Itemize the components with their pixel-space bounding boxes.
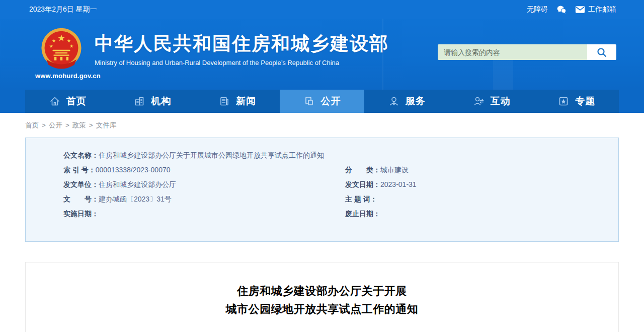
wechat-icon[interactable] <box>556 5 567 15</box>
field-value: 000013338/2023-00070 <box>96 165 171 175</box>
document-content-panel: 住房和城乡建设部办公厅关于开展 城市公园绿地开放共享试点工作的通知 <box>25 262 619 332</box>
field-value: 城市建设 <box>380 165 409 175</box>
nav-tab-interaction[interactable]: 互动 <box>449 90 534 113</box>
field-issue-date: 发文日期：2023-01-31 <box>345 180 417 189</box>
nav-tab-disclosure[interactable]: 公开 <box>280 90 365 113</box>
nav-tab-label: 首页 <box>66 95 87 108</box>
field-label: 发文单位： <box>63 180 99 189</box>
work-mailbox-link[interactable]: 工作邮箱 <box>588 5 616 14</box>
search-button[interactable] <box>587 44 616 60</box>
nav-tab-home[interactable]: 首页 <box>25 90 110 113</box>
field-category: 分 类：城市建设 <box>345 165 417 175</box>
field-doc-number: 文 号：建办城函〔2023〕31号 <box>63 194 345 204</box>
nav-tab-news[interactable]: 新闻 <box>195 90 280 113</box>
logo-block[interactable]: www.mohurd.gov.cn <box>35 26 88 80</box>
star-box-icon <box>557 95 570 107</box>
site-url: www.mohurd.gov.cn <box>35 72 88 80</box>
breadcrumb-separator: > <box>65 121 69 129</box>
nav-tab-topics[interactable]: 专题 <box>534 90 619 113</box>
field-label: 分 类： <box>345 165 380 175</box>
person-service-icon <box>388 95 400 107</box>
document-title-line1: 住房和城乡建设部办公厅关于开展 <box>26 282 618 300</box>
field-value: 住房和城乡建设部办公厅关于开展城市公园绿地开放共享试点工作的通知 <box>99 151 324 160</box>
top-utility-bar: 2023年2月6日 星期一 无障碍 工作邮箱 <box>0 0 644 19</box>
nav-tab-label: 互动 <box>491 95 511 108</box>
field-value: 2023-01-31 <box>380 180 417 189</box>
field-value: 建办城函〔2023〕31号 <box>99 194 172 204</box>
building-icon <box>133 95 145 107</box>
field-doc-name: 公文名称：住房和城乡建设部办公厅关于开展城市公园绿地开放共享试点工作的通知 <box>63 151 618 160</box>
field-index-number: 索 引 号：000013338/2023-00070 <box>63 165 345 175</box>
nav-tab-label: 服务 <box>406 95 426 108</box>
field-label: 实施日期： <box>63 209 99 219</box>
person-arrows-icon <box>473 95 485 107</box>
breadcrumb-separator: > <box>42 121 46 129</box>
site-header: www.mohurd.gov.cn 中华人民共和国住房和城乡建设部 Minist… <box>0 19 644 90</box>
nav-tab-org[interactable]: 机构 <box>110 90 195 113</box>
field-issuing-unit: 发文单位：住房和城乡建设部办公厅 <box>63 180 345 189</box>
news-icon <box>218 95 230 107</box>
current-date: 2023年2月6日 星期一 <box>29 5 97 14</box>
home-icon <box>49 95 61 107</box>
field-implementation-date: 实施日期： <box>63 209 345 219</box>
breadcrumb-home[interactable]: 首页 <box>25 121 39 129</box>
field-label: 公文名称： <box>63 151 99 160</box>
documents-icon <box>303 95 315 107</box>
breadcrumb-policy[interactable]: 政策 <box>72 121 86 129</box>
field-label: 发文日期： <box>345 180 380 189</box>
document-title-line2: 城市公园绿地开放共享试点工作的通知 <box>26 300 618 318</box>
site-title-chinese: 中华人民共和国住房和城乡建设部 <box>95 33 389 55</box>
field-label: 索 引 号： <box>63 165 96 175</box>
national-emblem-logo <box>39 27 84 71</box>
field-value: 住房和城乡建设部办公厅 <box>99 180 176 189</box>
field-subject-terms: 主 题 词： <box>345 194 417 204</box>
main-nav: 首页 机构 新闻 公开 服务 <box>25 90 619 113</box>
nav-tab-service[interactable]: 服务 <box>364 90 449 113</box>
nav-tab-label: 公开 <box>321 95 341 108</box>
field-repeal-date: 废止日期： <box>345 209 417 219</box>
site-title-english: Ministry of Housing and Urban-Rural Deve… <box>95 59 389 67</box>
search-icon <box>596 47 607 58</box>
accessibility-link[interactable]: 无障碍 <box>527 5 548 14</box>
nav-strip: 首页 机构 新闻 公开 服务 <box>0 90 644 113</box>
breadcrumb: 首页>公开>政策>文件库 <box>0 113 644 130</box>
field-label: 主 题 词： <box>345 194 377 204</box>
search-input[interactable] <box>438 44 587 60</box>
breadcrumb-separator: > <box>89 121 93 129</box>
nav-tab-label: 机构 <box>151 95 171 108</box>
document-metadata-panel: 公文名称：住房和城乡建设部办公厅关于开展城市公园绿地开放共享试点工作的通知 索 … <box>25 138 619 242</box>
search-box <box>438 44 616 60</box>
breadcrumb-disclosure[interactable]: 公开 <box>49 121 62 129</box>
nav-tab-label: 新闻 <box>236 95 256 108</box>
field-label: 废止日期： <box>345 209 380 219</box>
field-label: 文 号： <box>63 194 99 204</box>
mail-icon[interactable]: 工作邮箱 <box>575 5 616 14</box>
breadcrumb-library[interactable]: 文件库 <box>96 121 117 129</box>
nav-tab-label: 专题 <box>575 95 595 108</box>
